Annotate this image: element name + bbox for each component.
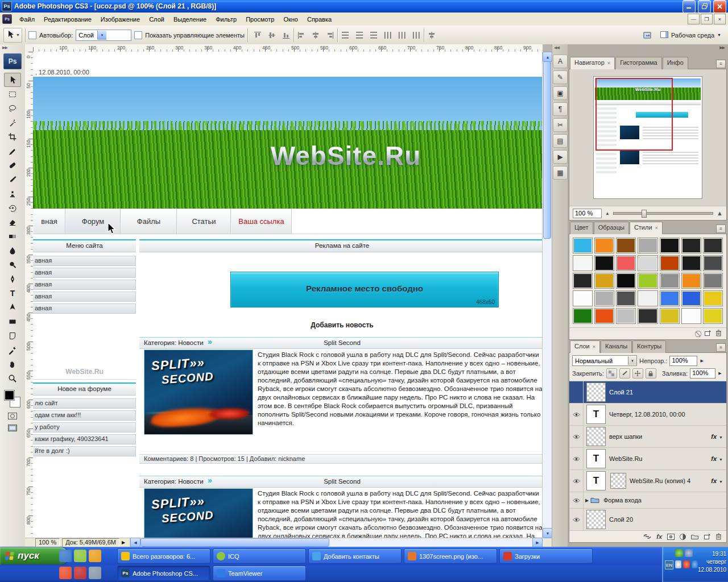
minimize-button[interactable] [682, 0, 696, 13]
layer-mask-icon[interactable] [667, 534, 675, 540]
style-swatch[interactable] [573, 273, 593, 289]
scroll-left-button[interactable]: ◀ [130, 538, 140, 547]
auto-select-checkbox[interactable] [28, 31, 36, 39]
fill-field[interactable]: 100% [690, 368, 715, 379]
menu-Изображение[interactable]: Изображение [96, 14, 144, 25]
status-flyout-arrow-icon[interactable]: ▶ [122, 540, 127, 545]
style-swatch[interactable] [616, 273, 636, 289]
paragraph-panel-icon[interactable]: ¶ [553, 102, 568, 116]
crop-tool[interactable] [4, 130, 21, 144]
layer-visibility-toggle[interactable] [569, 404, 584, 425]
ruler-corner[interactable] [25, 44, 34, 52]
style-swatch[interactable] [594, 290, 614, 306]
vertical-scroll-thumb[interactable] [543, 61, 551, 239]
site-forum-item[interactable]: кажи графику, 490323641 [33, 434, 136, 444]
layer-row[interactable]: ▶Форма входа [569, 492, 726, 509]
horizontal-scrollbar[interactable]: ◀ ▶ [130, 538, 543, 547]
menu-Просмотр[interactable]: Просмотр [241, 14, 279, 25]
brushes-panel-icon[interactable]: ✎ [553, 70, 568, 84]
layer-fx-badge[interactable]: fx ▼ [711, 455, 723, 462]
resize-grip[interactable] [543, 538, 552, 547]
quick-launch-icon[interactable] [74, 550, 86, 562]
layers-tab-Слои[interactable]: Слои× [570, 340, 600, 353]
style-swatch[interactable] [594, 255, 614, 271]
menu-Окно[interactable]: Окно [279, 14, 303, 25]
style-swatch[interactable] [594, 273, 614, 289]
style-swatch[interactable] [573, 238, 593, 253]
style-swatch[interactable] [703, 238, 723, 253]
dodge-tool[interactable] [4, 257, 21, 272]
zoom-in-mountain-icon[interactable]: ▲ [717, 210, 723, 217]
style-swatch[interactable] [616, 238, 636, 253]
panels-collapse-chevron-icon[interactable]: ▶▶ [719, 45, 725, 50]
style-swatch[interactable] [660, 255, 680, 271]
site-tab-Файлы[interactable]: Файлы [121, 209, 177, 234]
restore-button[interactable] [698, 0, 711, 13]
distribute-top-button[interactable] [338, 29, 352, 41]
scroll-right-button[interactable]: ▶ [532, 538, 543, 547]
lock-transparency-icon[interactable] [606, 368, 617, 379]
taskbar-button[interactable]: TeamViewer [213, 566, 306, 581]
align-top-button[interactable] [251, 29, 264, 41]
brush-tool[interactable] [4, 172, 21, 186]
close-tab-icon[interactable]: × [593, 344, 595, 350]
doc-restore-button[interactable]: ❐ [701, 14, 713, 24]
opacity-slider-arrow-icon[interactable]: ▶ [700, 359, 703, 363]
distribute-bottom-button[interactable] [367, 29, 380, 41]
layer-fx-badge[interactable]: fx ▼ [711, 477, 723, 484]
layer-row[interactable]: TWebSite.Rufx ▼ [569, 448, 726, 470]
lock-pixels-icon[interactable] [619, 368, 630, 379]
tray-icon-volume[interactable] [675, 560, 681, 568]
navigator-tab-Навигатор[interactable]: Навигатор× [570, 57, 615, 69]
blur-tool[interactable] [4, 243, 21, 257]
quick-launch-icon[interactable] [89, 567, 101, 579]
zoom-field[interactable]: 100 % [35, 538, 60, 547]
taskbar-button[interactable]: Загрузки [499, 548, 593, 564]
tool-presets-panel-icon[interactable]: ▤ [553, 134, 568, 148]
toolbar-collapse-chevron-icon[interactable]: ▶▶ [0, 44, 25, 52]
doc-minimize-button[interactable]: — [688, 14, 700, 24]
auto-align-layers-button[interactable] [425, 29, 439, 41]
auto-select-dropdown[interactable]: Слой ▼ [76, 30, 131, 41]
go-to-bridge-button[interactable] [640, 29, 654, 41]
new-style-icon[interactable] [704, 330, 711, 338]
delete-layer-icon[interactable] [715, 533, 722, 540]
taskbar-button[interactable]: Добавить контакты [308, 548, 402, 564]
layer-visibility-toggle[interactable] [569, 448, 584, 469]
style-swatch[interactable] [573, 290, 593, 306]
workspace-dropdown[interactable]: Рабочая среда ▼ [657, 30, 725, 40]
layer-row[interactable]: TWebSite.Ru (копия) 4fx ▼ [569, 470, 726, 492]
tray-icon-antivirus[interactable] [675, 549, 683, 557]
style-swatch[interactable] [681, 238, 701, 253]
fill-slider-arrow-icon[interactable]: ▶ [718, 371, 721, 376]
quick-launch-icon[interactable] [59, 567, 72, 579]
zoom-slider-thumb[interactable] [642, 210, 647, 218]
site-menu-item[interactable]: авная [33, 268, 136, 278]
style-swatch[interactable] [703, 273, 723, 289]
style-swatch[interactable] [703, 308, 723, 324]
style-swatch[interactable] [660, 273, 680, 289]
eyedropper-tool[interactable] [4, 343, 21, 357]
dock-collapse-chevron-icon[interactable]: ◀◀ [552, 44, 568, 52]
clone-stamp-tool[interactable] [4, 186, 21, 201]
layers-tab-Контуры[interactable]: Контуры [632, 340, 666, 353]
taskbar-clock[interactable]: 19:31 четверг 12.08.2010 [698, 547, 728, 582]
distribute-right-button[interactable] [410, 29, 423, 41]
site-tab-Ваша ссылка[interactable]: Ваша ссылка [231, 209, 292, 234]
panel-menu-icon[interactable]: ≡ [716, 343, 726, 352]
layer-fx-badge[interactable]: fx ▼ [711, 433, 723, 440]
layer-row[interactable]: верх шапкиfx ▼ [569, 426, 726, 448]
opacity-field[interactable]: 100% [669, 356, 697, 366]
taskbar-button[interactable]: ICQ [213, 548, 306, 564]
style-swatch[interactable] [616, 290, 636, 306]
distribute-hcenter-button[interactable] [395, 29, 409, 41]
tool-preset-picker[interactable]: ▼ [3, 28, 22, 43]
shape-tool[interactable] [4, 314, 21, 329]
distribute-vcenter-button[interactable] [353, 29, 366, 41]
style-swatch[interactable] [681, 273, 701, 289]
adjustment-layer-icon[interactable] [680, 534, 686, 540]
tray-icon-network[interactable] [692, 560, 698, 568]
tray-icon-update[interactable] [685, 549, 693, 557]
language-indicator[interactable]: EN [665, 560, 673, 569]
style-swatch[interactable] [638, 308, 657, 324]
